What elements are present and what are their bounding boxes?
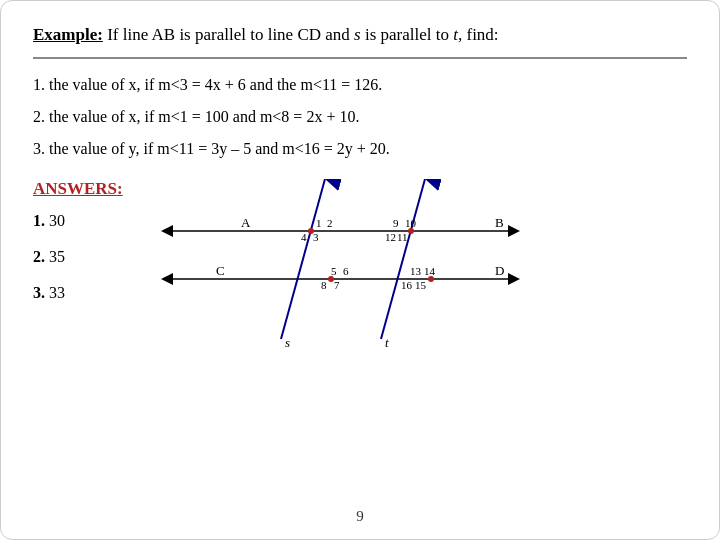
- svg-text:1: 1: [316, 217, 322, 229]
- problem-1-text: the value of x, if m<3 = 4x + 6 and the …: [45, 76, 382, 93]
- svg-point-27: [408, 228, 414, 234]
- example-t: t,: [453, 25, 462, 44]
- svg-text:14: 14: [424, 265, 436, 277]
- problem-3-text: the value of y, if m<11 = 3y – 5 and m<1…: [45, 140, 390, 157]
- svg-text:13: 13: [410, 265, 422, 277]
- example-title: Example: If line AB is parallel to line …: [33, 23, 687, 47]
- page: Example: If line AB is parallel to line …: [0, 0, 720, 540]
- divider: [33, 57, 687, 59]
- answer-1: 1. 30: [33, 209, 153, 233]
- svg-line-3: [381, 179, 425, 339]
- svg-text:7: 7: [334, 279, 340, 291]
- svg-text:9: 9: [393, 217, 399, 229]
- example-text-2: is parallel to: [361, 25, 454, 44]
- example-text-3: find:: [462, 25, 498, 44]
- svg-point-29: [428, 276, 434, 282]
- answers-section: ANSWERS: 1. 30 2. 35 3. 33: [33, 179, 687, 359]
- answers-left: ANSWERS: 1. 30 2. 35 3. 33: [33, 179, 153, 317]
- answer-2: 2. 35: [33, 245, 153, 269]
- answer-3-value: 33: [45, 284, 65, 301]
- answer-2-num: 2.: [33, 248, 45, 265]
- svg-text:15: 15: [415, 279, 427, 291]
- problem-3-num: 3.: [33, 140, 45, 157]
- answers-label: ANSWERS:: [33, 179, 153, 199]
- problem-3: 3. the value of y, if m<11 = 3y – 5 and …: [33, 137, 687, 161]
- problem-2-num: 2.: [33, 108, 45, 125]
- svg-text:6: 6: [343, 265, 349, 277]
- svg-text:12: 12: [385, 231, 396, 243]
- problem-1: 1. the value of x, if m<3 = 4x + 6 and t…: [33, 73, 687, 97]
- page-number: 9: [1, 508, 719, 525]
- answer-3: 3. 33: [33, 281, 153, 305]
- svg-point-26: [308, 228, 314, 234]
- svg-text:11: 11: [397, 231, 408, 243]
- problem-2-text: the value of x, if m<1 = 100 and m<8 = 2…: [45, 108, 359, 125]
- svg-text:C: C: [216, 263, 225, 278]
- problem-1-num: 1.: [33, 76, 45, 93]
- svg-point-28: [328, 276, 334, 282]
- svg-text:8: 8: [321, 279, 327, 291]
- answer-2-value: 35: [45, 248, 65, 265]
- svg-text:5: 5: [331, 265, 337, 277]
- problem-2: 2. the value of x, if m<1 = 100 and m<8 …: [33, 105, 687, 129]
- svg-text:t: t: [385, 335, 389, 350]
- problem-list: 1. the value of x, if m<3 = 4x + 6 and t…: [33, 73, 687, 161]
- example-s: s: [354, 25, 361, 44]
- example-text-1: If line AB is parallel to line CD and: [107, 25, 354, 44]
- answer-3-num: 3.: [33, 284, 45, 301]
- svg-text:10: 10: [405, 217, 417, 229]
- svg-text:A: A: [241, 215, 251, 230]
- svg-text:3: 3: [313, 231, 319, 243]
- svg-text:D: D: [495, 263, 504, 278]
- svg-text:16: 16: [401, 279, 413, 291]
- svg-text:4: 4: [301, 231, 307, 243]
- svg-text:2: 2: [327, 217, 333, 229]
- svg-line-2: [281, 179, 325, 339]
- answer-1-value: 30: [45, 212, 65, 229]
- answer-1-num: 1.: [33, 212, 45, 229]
- svg-text:B: B: [495, 215, 504, 230]
- diagram-svg: A B 1 2 4 3 9 10 12 11 C D: [153, 179, 533, 359]
- example-label: Example:: [33, 25, 103, 44]
- diagram-area: A B 1 2 4 3 9 10 12 11 C D: [153, 179, 533, 359]
- svg-text:s: s: [285, 335, 290, 350]
